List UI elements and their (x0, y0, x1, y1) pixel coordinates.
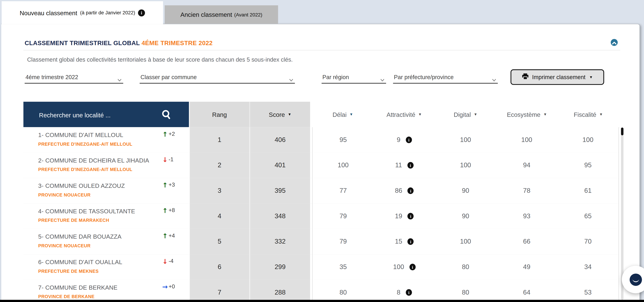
delai-value: 79 (312, 203, 374, 229)
search-icon[interactable] (162, 110, 171, 122)
table-row[interactable]: 7- COMMUNE DE BERKANE →+0 PROVINCE DE BE… (24, 280, 619, 302)
sort-caret-icon: ▼ (288, 112, 292, 117)
trend-up-icon: ↑ (162, 181, 168, 189)
column-header-delai[interactable]: Délai ▼ (312, 102, 374, 127)
commune-name: 1- COMMUNE D'AIT MELLOUL (38, 132, 123, 138)
search-input[interactable] (38, 102, 163, 128)
ecosysteme-value: 49 (496, 254, 557, 280)
prefecture-select[interactable]: Par préfecture/province (393, 72, 498, 84)
commune-cell: 1- COMMUNE D'AIT MELLOUL ↑+2 PREFECTURE … (24, 127, 189, 152)
tab-nouveau-classement[interactable]: Nouveau classement (à partir de Janvier … (2, 1, 163, 24)
commune-name: 6- COMMUNE D'AIT OUALLAL (38, 259, 122, 265)
table-row[interactable]: 5- COMMUNE DAR BOUAZZA ↑+4 PROVINCE NOUA… (24, 229, 619, 255)
sort-caret-icon: ▼ (599, 112, 603, 117)
info-icon[interactable]: i (408, 187, 414, 194)
column-header-score[interactable]: Score ▼ (249, 102, 310, 127)
trend-indicator: ↑+3 (162, 181, 191, 189)
trend-indicator: ↓-1 (162, 156, 191, 163)
info-icon[interactable]: i (407, 162, 414, 168)
info-icon[interactable]: i (408, 213, 414, 219)
score-cell: 299 (249, 254, 310, 280)
ecosysteme-value: 93 (496, 203, 557, 229)
table-row[interactable]: 3- COMMUNE OULED AZZOUZ ↑+3 PROVINCE NOU… (24, 178, 619, 204)
commune-name: 3- COMMUNE OULED AZZOUZ (38, 182, 125, 189)
classer-par-select[interactable]: Classer par commune (140, 72, 295, 84)
digital-value: 90 (435, 178, 496, 204)
trend-delta: +2 (168, 131, 175, 137)
rank-cell: 7 (190, 280, 249, 302)
column-header-attractivite[interactable]: Attractivité ▼ (374, 102, 435, 127)
trend-delta: +4 (168, 233, 175, 239)
page-title-period: 4ÉME TRIMESTRE 2022 (142, 39, 213, 46)
column-header-digital[interactable]: Digital ▼ (435, 102, 496, 127)
commune-name: 2- COMMUNE DE DCHEIRA EL JIHADIA (38, 157, 149, 163)
fiscalite-value: 65 (557, 203, 618, 229)
collapse-section-button[interactable] (611, 39, 618, 46)
score-cell: 406 (249, 127, 310, 152)
column-header-label: Ecosystème (507, 111, 540, 118)
table-row[interactable]: 2- COMMUNE DE DCHEIRA EL JIHADIA ↓-1 PRE… (24, 152, 619, 178)
delai-value: 95 (312, 127, 374, 152)
trend-delta: -4 (168, 258, 174, 264)
province-label: PROVINCE DE BERKANE (38, 294, 94, 299)
digital-value: 100 (435, 127, 496, 152)
commune-cell: 6- COMMUNE D'AIT OUALLAL ↓-4 PREFECTURE … (24, 254, 189, 280)
column-header-label: Rang (212, 111, 227, 118)
province-label: PROVINCE NOUACEUR (38, 192, 90, 197)
trend-same-icon: → (162, 283, 168, 291)
trend-delta: +3 (168, 182, 175, 188)
score-cell: 348 (249, 203, 310, 229)
ecosysteme-value: 66 (496, 229, 557, 254)
trend-indicator: ↑+2 (162, 131, 191, 138)
score-cell: 288 (249, 280, 310, 302)
chevron-down-icon (492, 76, 496, 83)
rank-cell: 1 (190, 127, 249, 152)
commune-name: 7- COMMUNE DE BERKANE (38, 284, 117, 291)
info-icon[interactable]: i (406, 137, 412, 143)
ecosysteme-value: 94 (496, 152, 557, 178)
subindex-values: 35 100i 80 49 34 (312, 254, 619, 280)
print-classement-button[interactable]: Imprimer classement ▼ (510, 69, 604, 85)
trimestre-select[interactable]: 4éme trimestre 2022 (25, 72, 123, 84)
column-header-ecosysteme[interactable]: Ecosystème ▼ (496, 102, 558, 127)
commune-cell: 7- COMMUNE DE BERKANE →+0 PROVINCE DE BE… (24, 280, 189, 302)
table-row[interactable]: 6- COMMUNE D'AIT OUALLAL ↓-4 PREFECTURE … (24, 254, 619, 280)
tab-label: Nouveau classement (20, 9, 77, 16)
table-row[interactable]: 4- COMMUNE DE TASSOULTANTE ↑+8 PREFECTUR… (24, 203, 619, 229)
info-icon[interactable]: i (406, 289, 412, 296)
page-subtitle: Classement global des collectivités terr… (27, 56, 293, 63)
column-header-label: Attractivité (386, 111, 415, 118)
region-select[interactable]: Par région (322, 72, 386, 84)
rank-cell: 6 (190, 254, 249, 280)
info-icon[interactable]: i (138, 9, 145, 16)
column-header-rang: Rang (190, 102, 249, 127)
subindex-values: 79 15i 100 66 70 (312, 229, 619, 254)
trend-down-icon: ↓ (162, 258, 168, 265)
app-viewport: Nouveau classement (à partir de Janvier … (0, 0, 644, 302)
commune-cell: 5- COMMUNE DAR BOUAZZA ↑+4 PROVINCE NOUA… (24, 229, 189, 254)
table-row[interactable]: 1- COMMUNE D'AIT MELLOUL ↑+2 PREFECTURE … (24, 127, 619, 153)
attractivite-value: 86i (374, 178, 435, 204)
province-label: PREFECTURE DE MARRAKECH (38, 218, 109, 223)
printer-icon (522, 73, 528, 81)
tab-ancien-classement[interactable]: Ancien classement (Avant 2022) (165, 5, 278, 24)
tab-label: Ancien classement (180, 11, 232, 18)
fiscalite-value: 53 (557, 280, 618, 302)
province-label: PREFECTURE D'INEZGANE-AIT MELLOUL (38, 142, 132, 147)
rank-cell: 2 (190, 152, 249, 178)
subindex-values: 100 11i 100 94 95 (312, 152, 619, 178)
trend-delta: +0 (168, 284, 175, 290)
info-icon[interactable]: i (408, 238, 414, 245)
trimestre-select-value: 4éme trimestre 2022 (26, 74, 78, 80)
tab-sublabel: (Avant 2022) (234, 12, 262, 17)
digital-value: 100 (435, 229, 496, 254)
trend-indicator: ↑+8 (162, 207, 191, 215)
table-scrollbar-thumb[interactable] (621, 128, 624, 136)
fiscalite-value: 95 (557, 152, 618, 178)
fiscalite-value: 61 (557, 178, 618, 204)
attractivite-value: 19i (374, 203, 435, 229)
commune-cell: 2- COMMUNE DE DCHEIRA EL JIHADIA ↓-1 PRE… (24, 152, 189, 178)
column-header-fiscalite[interactable]: Fiscalité ▼ (558, 102, 619, 127)
info-icon[interactable]: i (410, 264, 416, 270)
attractivite-value: 100i (374, 254, 435, 280)
